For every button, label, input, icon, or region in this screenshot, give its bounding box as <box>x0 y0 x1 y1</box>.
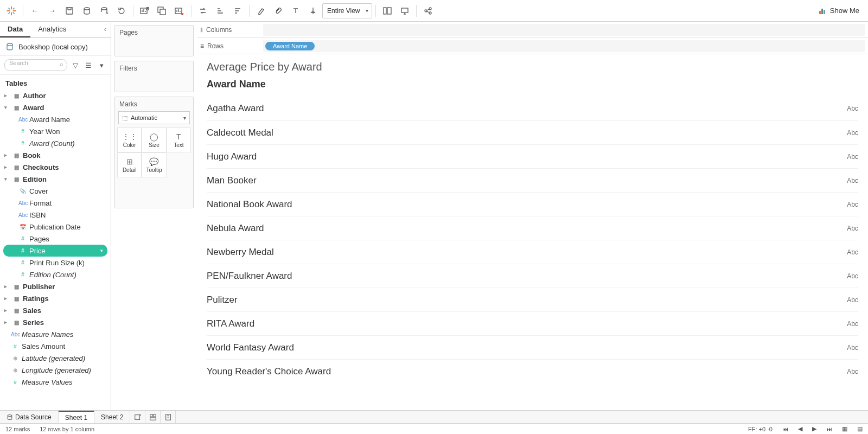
table-group[interactable]: ▾▦Award <box>0 101 111 113</box>
attach-button[interactable] <box>270 3 286 19</box>
view-options-icon[interactable]: ☰ <box>84 60 93 70</box>
data-source-row[interactable]: Bookshop (local copy) <box>0 38 111 56</box>
mark-type-dropdown[interactable]: ⬚Automatic <box>118 111 190 124</box>
field-item[interactable]: AbcAward Name <box>0 113 111 125</box>
rows-shelf[interactable]: ≡Rows Award Name <box>197 38 868 54</box>
viz-row[interactable]: Agatha AwardAbc <box>207 97 858 120</box>
field-item[interactable]: #Pages <box>0 233 111 245</box>
table-group[interactable]: ▸▦Sales <box>0 304 111 316</box>
field-item[interactable]: AbcMeasure Names <box>0 328 111 340</box>
pause-updates-button[interactable] <box>113 3 130 19</box>
mark-tooltip-button[interactable]: 💬Tooltip <box>142 152 166 177</box>
field-item[interactable]: 📅Publication Date <box>0 221 111 233</box>
viz-title[interactable]: Average Price by Award <box>207 61 858 73</box>
table-group[interactable]: ▸▦Publisher <box>0 280 111 292</box>
show-me-icon <box>818 7 827 15</box>
field-item[interactable]: 📎Cover <box>0 185 111 197</box>
show-me-button[interactable]: Show Me <box>813 3 865 19</box>
back-button[interactable]: ← <box>27 3 43 19</box>
mark-color-button[interactable]: ⋮⋮Color <box>117 127 142 152</box>
field-item[interactable]: AbcFormat <box>0 197 111 209</box>
sheet-tab-bar: Data Source Sheet 1Sheet 2 <box>0 410 868 423</box>
field-item[interactable]: #Award (Count) <box>0 137 111 149</box>
nav-last-icon[interactable]: ⏭ <box>826 426 832 432</box>
viz-row[interactable]: Newberry MedalAbc <box>207 240 858 264</box>
dropdown-icon[interactable]: ▾ <box>97 60 106 70</box>
text-button[interactable] <box>288 3 304 19</box>
viz-row[interactable]: PEN/Faulkner AwardAbc <box>207 264 858 288</box>
pin-button[interactable] <box>305 3 321 19</box>
field-item[interactable]: #Print Run Size (k) <box>0 257 111 269</box>
status-marks: 12 marks <box>5 426 30 432</box>
tab-data[interactable]: Data <box>0 22 30 37</box>
duplicate-sheet-button[interactable] <box>154 3 170 19</box>
swap-button[interactable] <box>195 3 211 19</box>
viz-row[interactable]: Nebula AwardAbc <box>207 216 858 240</box>
fit-dropdown[interactable]: Entire View <box>322 3 372 18</box>
data-source-tab[interactable]: Data Source <box>0 411 59 423</box>
viz-row[interactable]: RITA AwardAbc <box>207 311 858 335</box>
viz-row[interactable]: Caldecott MedalAbc <box>207 120 858 144</box>
search-placeholder: Search <box>9 60 28 66</box>
viz-row[interactable]: PulitzerAbc <box>207 288 858 311</box>
sheet-tab[interactable]: Sheet 1 <box>59 411 94 423</box>
collapse-pane-button[interactable]: ‹ <box>100 22 111 37</box>
filters-shelf[interactable]: Filters <box>114 61 194 92</box>
field-item[interactable]: #Sales Amount <box>0 340 111 352</box>
viz-row[interactable]: Hugo AwardAbc <box>207 144 858 168</box>
new-dashboard-tab-button[interactable] <box>145 411 161 423</box>
tab-analytics[interactable]: Analytics <box>30 22 74 37</box>
clear-sheet-button[interactable] <box>171 3 188 19</box>
field-item[interactable]: AbcISBN <box>0 209 111 221</box>
list-view-icon[interactable]: ▤ <box>857 425 863 432</box>
table-group[interactable]: ▸▦Checkouts <box>0 161 111 173</box>
table-group[interactable]: ▸▦Ratings <box>0 292 111 304</box>
marks-drop-area[interactable] <box>117 181 191 208</box>
mark-size-button[interactable]: ◯Size <box>142 127 166 152</box>
table-group[interactable]: ▸▦Series <box>0 316 111 328</box>
new-worksheet-button[interactable] <box>137 3 153 19</box>
marks-card: Marks ⬚Automatic ⋮⋮Color◯SizeTText⊞Detai… <box>114 97 194 208</box>
nav-next-icon[interactable]: ▶ <box>812 425 816 432</box>
field-item[interactable]: ⊕Latitude (generated) <box>0 352 111 364</box>
new-worksheet-tab-button[interactable] <box>130 411 145 423</box>
viz-row[interactable]: Man BookerAbc <box>207 168 858 192</box>
field-item[interactable]: ⊕Longitude (generated) <box>0 364 111 376</box>
sort-desc-button[interactable] <box>229 3 246 19</box>
show-cards-button[interactable] <box>379 3 395 19</box>
svg-point-11 <box>425 10 427 12</box>
field-item[interactable]: #Price <box>3 245 107 257</box>
grid-view-icon[interactable]: ▦ <box>842 425 847 432</box>
field-item[interactable]: #Edition (Count) <box>0 269 111 280</box>
field-item[interactable]: #Measure Values <box>0 376 111 388</box>
save-button[interactable] <box>61 3 78 19</box>
highlight-button[interactable] <box>253 3 269 19</box>
viz-row[interactable]: Young Reader's Choice AwardAbc <box>207 359 858 383</box>
row-pill[interactable]: Award Name <box>265 42 315 50</box>
filter-icon[interactable]: ▽ <box>71 60 80 70</box>
sort-asc-button[interactable] <box>212 3 228 19</box>
table-group[interactable]: ▾▦Edition <box>0 173 111 185</box>
nav-prev-icon[interactable]: ◀ <box>798 425 802 432</box>
refresh-data-button[interactable] <box>96 3 112 19</box>
pages-shelf[interactable]: Pages <box>114 25 194 56</box>
new-story-tab-button[interactable] <box>161 411 176 423</box>
field-item[interactable]: #Year Won <box>0 125 111 137</box>
nav-first-icon[interactable]: ⏮ <box>782 426 788 432</box>
new-data-button[interactable] <box>79 3 95 19</box>
presentation-button[interactable] <box>397 3 413 19</box>
columns-shelf[interactable]: ⦀Columns <box>197 22 868 38</box>
share-button[interactable] <box>420 3 436 19</box>
mark-text-button[interactable]: TText <box>167 127 191 152</box>
viz-row[interactable]: National Book AwardAbc <box>207 192 858 216</box>
sheet-tab[interactable]: Sheet 2 <box>94 411 130 423</box>
table-group[interactable]: ▸▦Author <box>0 90 111 101</box>
viz-row[interactable]: World Fantasy AwardAbc <box>207 335 858 359</box>
datasource-icon <box>7 414 13 420</box>
tableau-logo[interactable] <box>3 3 20 19</box>
mark-detail-button[interactable]: ⊞Detail <box>117 152 142 177</box>
forward-button[interactable]: → <box>44 3 60 19</box>
search-input[interactable]: Search <box>4 59 67 71</box>
table-group[interactable]: ▸▦Book <box>0 149 111 161</box>
status-dims: 12 rows by 1 column <box>40 426 94 432</box>
